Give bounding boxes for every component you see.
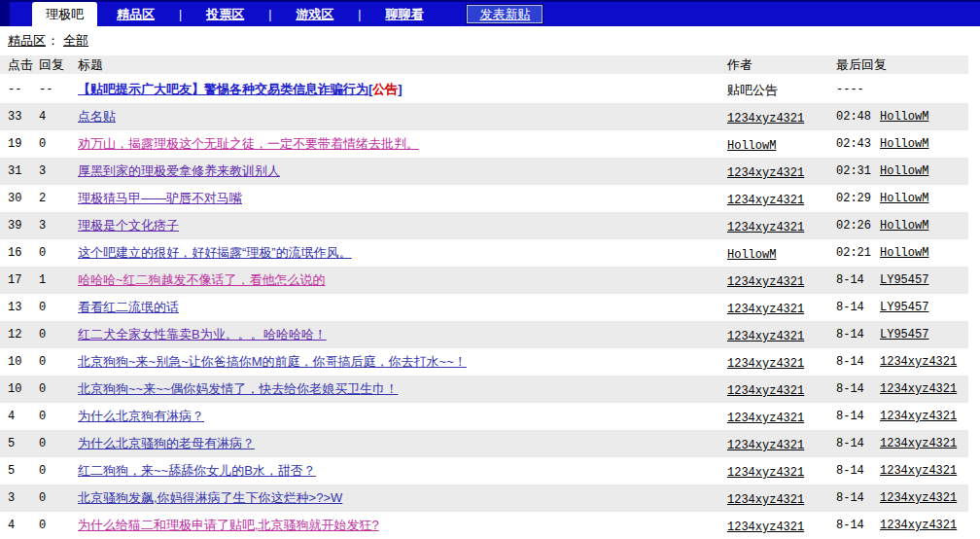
last-reply-time: 02:48 [836, 110, 872, 124]
click-count: 16 [0, 246, 39, 260]
thread-row: 31 3 厚黑到家的理极爱拿修养来教训别人 1234xyz4321 02:31 … [0, 158, 968, 185]
author-link[interactable]: 1234xyz4321 [727, 330, 804, 343]
thread-title-link[interactable]: 看看红二流氓的话 [78, 300, 179, 314]
click-count: 4 [0, 410, 39, 423]
thread-row: 12 0 红二犬全家女性靠卖B为业。。。哈哈哈哈！ 1234xyz4321 8-… [0, 321, 968, 348]
last-replier-link[interactable]: HollowM [880, 246, 928, 260]
subnav-colon: ： [47, 32, 59, 50]
last-replier-link[interactable]: LY95457 [880, 328, 928, 341]
click-count: 39 [0, 219, 39, 233]
last-reply-time: 8-14 [836, 437, 872, 450]
filter-all-link[interactable]: 全部 [63, 32, 88, 50]
author-link[interactable]: 1234xyz4321 [727, 466, 804, 480]
author-link[interactable]: 1234xyz4321 [727, 112, 804, 126]
tab-jingpinqu[interactable]: 精品区 [117, 6, 155, 23]
reply-count: 0 [39, 464, 78, 478]
header-author: 作者 [727, 56, 836, 74]
last-replier-link[interactable]: 1234xyz4321 [880, 491, 957, 505]
author-link[interactable]: 1234xyz4321 [727, 275, 804, 289]
thread-title-link[interactable]: 红二狗狗，来~~舔舔你女儿的B水，甜否？ [78, 463, 316, 478]
tab-current-forum[interactable]: 理极吧 [32, 2, 97, 26]
author-link[interactable]: 1234xyz4321 [727, 493, 804, 507]
click-count: 30 [0, 192, 39, 205]
last-replier-link[interactable]: LY95457 [880, 273, 928, 287]
last-replier-link[interactable]: HollowM [880, 110, 928, 124]
thread-title-link[interactable]: 北京狗狗~来~别急~让你爸搞你M的前庭，你哥搞后庭，你去打水~~！ [78, 354, 467, 369]
thread-title-link[interactable]: 北京狗狗~~来~~偶你妈发情了，快去给你老娘买卫生巾！ [78, 381, 398, 396]
top-navigation-bar: 理极吧 精品区 | 投票区 | 游戏区 | 聊聊看 发表新贴 [0, 0, 980, 26]
thread-row: 39 3 理极是个文化痞子 1234xyz4321 02:26 HollowM [0, 212, 968, 239]
author-link[interactable]: 1234xyz4321 [727, 384, 804, 398]
thread-row: 4 0 为什么北京狗有淋病？ 1234xyz4321 8-14 1234xyz4… [0, 403, 968, 430]
thread-title-link[interactable]: 点名贴 [78, 109, 116, 124]
thread-title-link[interactable]: 为什么北京骚狗的老母有淋病？ [78, 436, 255, 450]
click-count: 17 [0, 273, 39, 287]
thread-title-link[interactable]: 劝万山，揭露理极这个无耻之徒，一定不要带着情绪去批判。 [78, 136, 419, 151]
tab-youxiqu[interactable]: 游戏区 [296, 6, 333, 23]
last-reply-time: 02:29 [836, 192, 872, 205]
last-reply-time: 8-14 [836, 410, 872, 423]
last-replier-link[interactable]: 1234xyz4321 [880, 382, 957, 396]
click-count: 10 [0, 355, 39, 369]
tab-toupiaoqu[interactable]: 投票区 [206, 6, 244, 23]
author-link[interactable]: HollowM [727, 248, 776, 262]
thread-row: 4 0 为什么给猫二和理极申请了贴吧,北京骚狗就开始发狂? 1234xyz432… [0, 512, 968, 539]
author-link[interactable]: HollowM [727, 139, 776, 153]
last-replier-link[interactable]: 1234xyz4321 [880, 519, 957, 532]
last-reply-time: 8-14 [836, 273, 872, 287]
tab-liaoliaokan[interactable]: 聊聊看 [385, 6, 423, 23]
author-link[interactable]: 1234xyz4321 [727, 412, 804, 425]
author-link[interactable]: 1234xyz4321 [727, 357, 804, 371]
last-replier-link[interactable]: 1234xyz4321 [880, 437, 957, 450]
header-clicks: 点击 [0, 56, 39, 74]
reply-count: -- [39, 83, 78, 96]
thread-row: 5 0 红二狗狗，来~~舔舔你女儿的B水，甜否？ 1234xyz4321 8-1… [0, 457, 968, 485]
reply-count: 0 [39, 355, 78, 369]
last-replier-link[interactable]: LY95457 [880, 301, 928, 314]
thread-list: -- -- 【贴吧提示广大吧友】警惕各种交易类信息诈骗行为[公告] 贴吧公告 -… [0, 76, 980, 539]
author-link[interactable]: 1234xyz4321 [727, 221, 804, 234]
last-replier-link[interactable]: HollowM [880, 164, 928, 178]
header-last-reply: 最后回复 [836, 56, 968, 74]
reply-count: 0 [39, 410, 78, 423]
jingpinqu-link[interactable]: 精品区 [8, 32, 46, 50]
reply-count: 4 [39, 110, 78, 124]
thread-title-link[interactable]: 理极是个文化痞子 [78, 218, 179, 233]
last-replier-link[interactable]: HollowM [880, 137, 928, 151]
thread-title-link[interactable]: 为什么北京狗有淋病？ [78, 409, 204, 423]
last-reply-time: 8-14 [836, 519, 872, 532]
last-reply-time: 02:26 [836, 219, 872, 233]
click-count: 12 [0, 328, 39, 341]
last-reply-time: 02:31 [836, 164, 872, 178]
thread-row: 5 0 为什么北京骚狗的老母有淋病？ 1234xyz4321 8-14 1234… [0, 430, 968, 457]
last-replier-link[interactable]: 1234xyz4321 [880, 410, 957, 423]
author-link[interactable]: 1234xyz4321 [727, 439, 804, 452]
thread-title-link[interactable]: 红二犬全家女性靠卖B为业。。。哈哈哈哈！ [78, 327, 327, 341]
thread-title-link[interactable]: 为什么给猫二和理极申请了贴吧,北京骚狗就开始发狂? [78, 518, 379, 532]
author-link: 贴吧公告 [727, 83, 778, 97]
last-replier-link[interactable]: HollowM [880, 219, 928, 233]
thread-row: -- -- 【贴吧提示广大吧友】警惕各种交易类信息诈骗行为[公告] 贴吧公告 -… [0, 76, 968, 103]
last-replier-link[interactable]: 1234xyz4321 [880, 355, 957, 369]
author-link[interactable]: 1234xyz4321 [727, 166, 804, 180]
last-replier-link[interactable]: HollowM [880, 192, 928, 205]
author-link[interactable]: 1234xyz4321 [727, 194, 804, 207]
thread-row: 33 4 点名贴 1234xyz4321 02:48 HollowM [0, 103, 968, 130]
thread-title-link[interactable]: 北京骚狗发飙,你妈得淋病了生下你这烂种>?>W [78, 490, 342, 505]
topbar-links: 精品区 | 投票区 | 游戏区 | 聊聊看 发表新贴 [117, 2, 542, 26]
author-link[interactable]: 1234xyz4321 [727, 303, 804, 316]
reply-count: 0 [39, 137, 78, 151]
click-count: 31 [0, 164, 39, 178]
last-replier-link[interactable]: 1234xyz4321 [880, 464, 957, 478]
reply-count: 1 [39, 273, 78, 287]
thread-title-link[interactable]: 厚黑到家的理极爱拿修养来教训别人 [78, 163, 280, 178]
author-link[interactable]: 1234xyz4321 [727, 521, 804, 534]
thread-title-link[interactable]: 【贴吧提示广大吧友】警惕各种交易类信息诈骗行为 [78, 82, 368, 96]
header-replies: 回复 [39, 56, 78, 74]
thread-title-link[interactable]: 理极猜马甲——驴唇不对马嘴 [78, 191, 242, 205]
post-new-thread-button[interactable]: 发表新贴 [467, 5, 542, 23]
last-reply-time: 02:21 [836, 246, 872, 260]
thread-title-link[interactable]: 哈哈哈~红二狗越发不像话了，看他怎么说的 [78, 272, 326, 287]
reply-count: 3 [39, 164, 78, 178]
thread-title-link[interactable]: 这个吧建立的很好，好好揭露“理极”的流氓作风。 [78, 245, 352, 260]
